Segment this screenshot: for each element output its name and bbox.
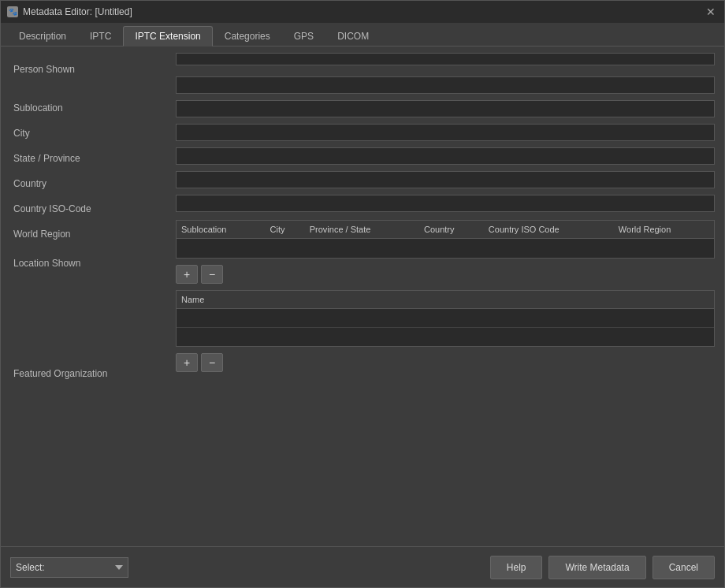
select-dropdown[interactable]: Select: [10,557,128,578]
location-province-cell [305,239,419,258]
location-remove-button[interactable]: − [201,265,223,284]
world-region-row [176,193,715,214]
window-title: Metadata Editor: [Untitled] [23,6,132,17]
org-table-container: Name [176,290,715,348]
tab-iptc[interactable]: IPTC [78,26,123,46]
col-country-iso: Country ISO Code [484,221,614,239]
sidebar-label-person-shown: Person Shown [1,53,166,95]
org-add-button[interactable]: + [176,353,198,372]
location-btn-row: + − [176,265,715,284]
org-table: Name [177,291,714,347]
location-add-button[interactable]: + [176,265,198,284]
country-row [176,146,715,166]
title-bar-left: 🐾 Metadata Editor: [Untitled] [7,6,132,17]
write-metadata-button[interactable]: Write Metadata [548,556,645,579]
sidebar-label-city: City [1,121,166,146]
sublocation-input[interactable] [176,76,715,94]
sidebar: Person Shown Sublocation City State / Pr… [1,47,166,546]
country-iso-row [176,169,715,190]
bottom-right-buttons: Help Write Metadata Cancel [490,556,715,579]
location-sublocation-cell [177,239,266,258]
org-table-row-1[interactable] [177,308,714,327]
sidebar-label-country-iso: Country ISO-Code [1,196,166,221]
sidebar-label-country: Country [1,171,166,196]
org-btn-row: + − [176,353,715,372]
col-world-region: World Region [614,221,714,239]
sidebar-label-featured-org: Featured Organization [1,357,166,452]
country-iso-input[interactable] [176,171,715,188]
location-country-cell [419,239,484,258]
help-button[interactable]: Help [490,556,543,579]
col-province-state: Province / State [305,221,419,239]
main-window: 🐾 Metadata Editor: [Untitled] ✕ Descript… [0,0,725,588]
featured-org-section: Name + [176,287,715,373]
location-shown-section: Sublocation City Province / State Countr… [176,217,715,284]
state-province-input[interactable] [176,124,715,141]
tab-description[interactable]: Description [7,26,78,46]
tab-gps[interactable]: GPS [282,26,325,46]
col-city: City [266,221,305,239]
col-name: Name [177,291,714,309]
location-table-row[interactable] [177,239,714,258]
app-icon: 🐾 [7,6,18,17]
sublocation-row [176,75,715,95]
org-name-cell-1 [177,308,714,327]
cancel-button[interactable]: Cancel [652,556,715,579]
location-city-cell [266,239,305,258]
org-table-row-2[interactable] [177,327,714,346]
city-row [176,99,715,119]
title-bar: 🐾 Metadata Editor: [Untitled] ✕ [1,1,724,23]
world-region-input[interactable] [176,195,715,212]
state-province-row [176,122,715,143]
country-input[interactable] [176,147,715,165]
location-table: Sublocation City Province / State Countr… [177,221,714,258]
sidebar-label-sublocation: Sublocation [1,95,166,121]
select-wrapper: Select: [10,557,128,578]
content-area: Person Shown Sublocation City State / Pr… [1,47,724,546]
tab-dicom[interactable]: DICOM [325,26,381,46]
person-shown-section [176,53,715,65]
close-button[interactable]: ✕ [704,5,718,19]
sidebar-label-location-shown: Location Shown [1,247,166,357]
tab-categories[interactable]: Categories [213,26,282,46]
org-remove-button[interactable]: − [201,353,223,372]
sidebar-label-world-region: World Region [1,221,166,247]
location-worldregion-cell [614,239,714,258]
location-table-container: Sublocation City Province / State Countr… [176,220,715,259]
tab-iptc-extension[interactable]: IPTC Extension [123,26,212,47]
bottom-bar: Select: Help Write Metadata Cancel [1,546,724,587]
col-sublocation: Sublocation [177,221,266,239]
org-name-cell-2 [177,327,714,346]
tab-bar: Description IPTC IPTC Extension Categori… [1,23,724,47]
main-panel: Sublocation City Province / State Countr… [166,47,724,546]
person-shown-input[interactable] [176,53,715,65]
col-country: Country [419,221,484,239]
sidebar-label-state-province: State / Province [1,146,166,171]
city-input[interactable] [176,100,715,117]
location-iso-cell [484,239,614,258]
